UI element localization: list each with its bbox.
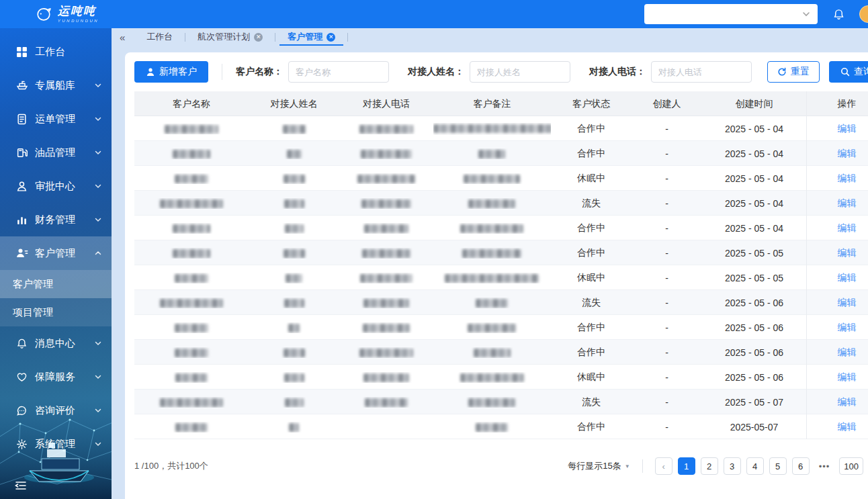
cell-actions: 编辑	[806, 414, 868, 439]
sidebar-subitem-customer-mgmt-sub[interactable]: 客户管理	[0, 270, 112, 298]
sidebar-item-finance-mgmt[interactable]: 财务管理	[0, 203, 112, 236]
edit-link[interactable]: 编辑	[838, 197, 857, 208]
edit-link[interactable]: 编辑	[838, 123, 857, 134]
cell-created-time: 2025 - 05 - 04	[702, 148, 806, 159]
cell-customer-name	[134, 248, 249, 259]
filter-toolbar: 新增客户 客户名称： 对接人姓名： 对接人电话： 重置 查询	[125, 52, 868, 91]
cell-contact-name	[249, 198, 339, 209]
page-button-100[interactable]: 100	[839, 457, 863, 475]
cell-customer-name	[134, 173, 249, 184]
cell-creator: -	[632, 148, 702, 159]
filter-customer-name-input[interactable]	[288, 61, 389, 83]
chevron-down-icon	[801, 9, 811, 19]
edit-link[interactable]: 编辑	[838, 371, 857, 382]
sidebar-item-ship-library[interactable]: 专属船库	[0, 69, 112, 102]
cell-customer-name	[134, 347, 249, 358]
table-row: 合作中-2025 - 05 - 04编辑	[134, 216, 868, 240]
table-row: 流失-2025 - 05 - 07编辑	[134, 390, 868, 414]
notification-bell-icon[interactable]	[831, 7, 846, 21]
sidebar-item-waybill-mgmt[interactable]: 运单管理	[0, 102, 112, 136]
redacted-text	[361, 150, 412, 158]
cell-creator: -	[632, 322, 702, 333]
cell-remark	[433, 198, 551, 209]
cell-status: 合作中	[551, 222, 632, 234]
sidebar-item-workbench[interactable]: 工作台	[0, 35, 112, 69]
fuel-icon	[16, 146, 28, 158]
add-customer-button[interactable]: 新增客户	[134, 61, 208, 83]
redacted-text	[360, 274, 413, 283]
page-size-select[interactable]: 每行显示15条 ▼	[568, 460, 630, 472]
page-button-4[interactable]: 4	[746, 457, 764, 475]
search-button[interactable]: 查询	[829, 61, 868, 83]
edit-link[interactable]: 编辑	[838, 421, 857, 432]
sidebar-collapse-icon[interactable]	[15, 480, 27, 494]
prev-page-button[interactable]: ‹	[655, 457, 672, 475]
cell-created-time: 2025 - 05 - 07	[702, 397, 806, 408]
chevron-down-icon	[94, 81, 102, 89]
filter-contact-name: 对接人姓名：	[408, 61, 570, 83]
sidebar-item-customer-mgmt[interactable]: 客户管理	[0, 236, 112, 270]
edit-link[interactable]: 编辑	[838, 272, 857, 283]
user-avatar[interactable]	[859, 5, 868, 23]
sidebar-item-approval-center[interactable]: 审批中心	[0, 169, 112, 203]
redacted-text	[175, 423, 208, 432]
page-button-6[interactable]: 6	[792, 457, 810, 475]
edit-link[interactable]: 编辑	[838, 322, 857, 332]
edit-link[interactable]: 编辑	[838, 222, 857, 233]
table-row: 合作中-2025 - 05 - 05编辑	[134, 240, 868, 265]
cell-remark	[433, 148, 551, 159]
redacted-text	[283, 125, 306, 134]
filter-contact-name-input[interactable]	[470, 61, 570, 83]
page-button-2[interactable]: 2	[701, 457, 718, 475]
cell-contact-name	[249, 422, 339, 433]
redacted-text	[357, 175, 415, 183]
tab-voyage-plan[interactable]: 航次管理计划✕	[185, 28, 275, 46]
sidebar-item-oil-mgmt[interactable]: 油品管理	[0, 136, 112, 169]
edit-link[interactable]: 编辑	[838, 297, 857, 308]
filter-contact-name-label: 对接人姓名：	[408, 66, 464, 78]
cell-actions: 编辑	[806, 191, 868, 216]
sidebar-subitem-project-mgmt-sub[interactable]: 项目管理	[0, 298, 112, 326]
tab-close-icon[interactable]: ✕	[254, 33, 263, 42]
chevron-down-icon	[94, 148, 102, 156]
cell-remark	[433, 322, 551, 333]
edit-link[interactable]: 编辑	[838, 247, 857, 258]
cell-customer-name	[134, 223, 249, 234]
sidebar-item-message-center[interactable]: 消息中心	[0, 326, 112, 360]
tab-close-icon[interactable]: ✕	[327, 33, 335, 42]
column-header: 创建时间	[702, 98, 806, 110]
edit-link[interactable]: 编辑	[838, 396, 857, 407]
edit-link[interactable]: 编辑	[838, 173, 857, 183]
header-company-select[interactable]	[644, 4, 818, 24]
tabs-back-icon[interactable]: «	[120, 32, 125, 43]
sidebar-item-consult-review[interactable]: 咨询评价	[0, 394, 112, 427]
page-button-1[interactable]: 1	[678, 457, 695, 475]
cell-creator: -	[632, 223, 702, 234]
redacted-text	[464, 175, 520, 183]
tab-workbench[interactable]: 工作台	[134, 28, 185, 46]
cell-creator: -	[632, 397, 702, 408]
redacted-text	[285, 398, 304, 407]
redacted-text	[364, 224, 408, 233]
page-button-5[interactable]: 5	[769, 457, 787, 475]
cell-contact-name	[249, 273, 339, 283]
cell-remark	[433, 273, 551, 283]
whale-logo-icon	[35, 5, 52, 23]
page-button-3[interactable]: 3	[724, 457, 741, 475]
cell-customer-name	[134, 148, 249, 159]
column-header: 对接人电话	[339, 98, 433, 110]
edit-link[interactable]: 编辑	[838, 347, 857, 357]
chevron-down-icon	[94, 115, 102, 123]
cell-contact-name	[249, 223, 339, 234]
cell-creator: -	[632, 248, 702, 259]
edit-link[interactable]: 编辑	[838, 148, 857, 158]
sidebar-item-system-mgmt[interactable]: 系统管理	[0, 427, 112, 461]
table-row: 合作中-2025 - 05 - 04编辑	[134, 141, 868, 166]
filter-contact-phone-input[interactable]	[651, 61, 752, 83]
cell-contact-phone	[339, 173, 433, 184]
sidebar-item-support-service[interactable]: 保障服务	[0, 360, 112, 394]
cell-created-time: 2025 - 05 - 04	[702, 173, 806, 184]
reset-button[interactable]: 重置	[767, 61, 820, 83]
cell-customer-name	[134, 273, 249, 283]
tab-customer-mgmt[interactable]: 客户管理✕	[275, 28, 347, 46]
